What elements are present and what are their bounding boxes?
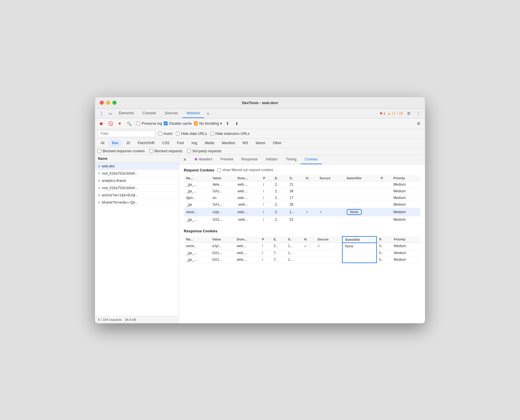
doc-icon-2: ≡ — [98, 171, 100, 175]
tab-initiator[interactable]: Initiator — [262, 155, 282, 164]
type-btn-media[interactable]: Media — [201, 140, 217, 146]
preserve-log-label: Preserve log — [142, 122, 162, 126]
throttle-select[interactable]: 📶 No throttling ▾ — [194, 121, 222, 126]
cell-domain: web.... — [235, 208, 261, 216]
type-btn-fetch-xhr[interactable]: Fetch/XHR — [134, 140, 158, 146]
hide-ext-urls-check[interactable]: Hide extension URLs — [210, 132, 250, 136]
third-party-input[interactable] — [187, 149, 191, 153]
more-tabs-button[interactable]: » — [205, 110, 212, 117]
cell-secure — [317, 194, 344, 201]
resp-col-secure: Secure — [315, 236, 342, 243]
cell-path: / — [261, 208, 273, 216]
tab-headers[interactable]: Headers — [191, 155, 216, 164]
preserve-log-checkbox[interactable]: Preserve log — [137, 122, 162, 126]
cell-samesite — [344, 194, 379, 201]
type-btn-all[interactable]: All — [97, 140, 108, 146]
tab-network[interactable]: Network — [183, 109, 204, 118]
type-btn-js[interactable]: JS — [123, 140, 133, 146]
type-btn-manifest[interactable]: Manifest — [219, 140, 238, 146]
sidebar-item-root1[interactable]: ≡ root_616a752e1b5d4... — [95, 170, 179, 177]
table-row[interactable]: _ga_... GA1... web.... / 7.. 1... h.. Me… — [184, 256, 420, 263]
blocked-requests-check[interactable]: Blocked requests — [149, 149, 182, 153]
search-icon[interactable]: 🔍 — [125, 120, 133, 127]
disable-cache-label: Disable cache — [169, 122, 192, 126]
network-settings-icon[interactable]: ⚙ — [414, 120, 423, 128]
cell-httponly — [303, 216, 317, 223]
cursor-icon[interactable]: ⌶ — [97, 109, 106, 117]
table-row[interactable]: _ga_... dele... web.... / 2.. 21 Medium — [184, 181, 420, 188]
close-detail-button[interactable]: ✕ — [181, 156, 188, 163]
cell-priority-p: h.. — [377, 243, 391, 250]
tab-elements[interactable]: Elements — [115, 109, 138, 118]
third-party-check[interactable]: 3rd-party requests — [187, 149, 221, 153]
settings-icon[interactable]: ⚙ — [405, 109, 413, 117]
filter-input[interactable] — [97, 130, 155, 137]
record-button[interactable]: ⏺ — [97, 120, 105, 127]
sidebar-item-anchor[interactable]: ≡ anchor?ar=1&k=6Lfqf... — [95, 192, 179, 199]
blocked-cookies-input[interactable] — [97, 149, 101, 153]
sidebar-item-webdev[interactable]: ≡ web.dev — [95, 163, 179, 170]
table-row[interactable]: _ga_... GA1... web.... / 2.. 38 Medium — [184, 188, 420, 194]
hide-ext-urls-label: Hide extension URLs — [216, 132, 250, 136]
type-btn-ws[interactable]: WS — [239, 140, 251, 146]
tab-timing[interactable]: Timing — [282, 155, 301, 164]
type-btn-doc[interactable]: Doc — [109, 140, 122, 146]
detail-tab-bar: ✕ Headers Preview Response Initiator Tim… — [179, 155, 425, 164]
table-row[interactable]: sessi... eJyl... web.... / 2.. 1... ✓ ✓ … — [184, 243, 420, 250]
blocked-cookies-check[interactable]: Blocked response cookies — [97, 149, 145, 153]
doc-icon-5: ≡ — [98, 193, 100, 197]
tab-cookies[interactable]: Cookies — [301, 155, 322, 164]
type-btn-font[interactable]: Font — [174, 140, 187, 146]
maximize-button[interactable] — [112, 101, 117, 105]
blocked-requests-input[interactable] — [149, 149, 153, 153]
disable-cache-checkbox[interactable]: Disable cache — [164, 122, 192, 126]
show-filtered-check[interactable]: show filtered out request cookies — [217, 168, 273, 172]
warning-count: 12 — [392, 111, 395, 115]
sidebar-item-bframe[interactable]: ≡ bframe?hl=en&v=-Qb... — [95, 199, 179, 206]
col-domain: Dom... — [235, 175, 261, 181]
more-options-icon[interactable]: ⋮ — [414, 109, 423, 117]
preserve-log-input[interactable] — [137, 122, 140, 125]
table-row[interactable]: _ga_... GA1... web.... / 7.. 1... h.. Me… — [184, 249, 420, 256]
invert-check[interactable]: Invert — [158, 132, 172, 136]
filter-icon[interactable]: ▼ — [116, 120, 123, 127]
download-icon[interactable]: ⬇ — [233, 120, 241, 127]
device-icon[interactable]: ▭ — [106, 109, 114, 117]
type-btn-other[interactable]: Other — [270, 140, 285, 146]
hide-ext-urls-input[interactable] — [210, 132, 214, 135]
sidebar-header: Name — [95, 155, 179, 163]
close-button[interactable] — [100, 101, 104, 105]
cell-name: _ga_... — [184, 181, 210, 188]
tab-console[interactable]: Console — [139, 109, 160, 118]
disable-cache-input[interactable] — [164, 122, 168, 125]
invert-label: Invert — [163, 132, 172, 136]
sidebar: Name ≡ web.dev ≡ root_616a752e1b5d4... ≡… — [95, 155, 179, 323]
cell-expires: 2.. — [272, 201, 287, 208]
tab-preview[interactable]: Preview — [216, 155, 237, 164]
request-cookies-table: Na... Value Dom... P E. S.. H. Secure Sa… — [184, 175, 420, 223]
type-btn-wasm[interactable]: Wasm — [252, 140, 269, 146]
sidebar-item-analytics[interactable]: ≡ analytics-iframe — [95, 177, 179, 184]
type-btn-css[interactable]: CSS — [159, 140, 173, 146]
table-row[interactable]: djan... en web.... / 2.. 17 Medium — [184, 194, 420, 201]
col-httponly: H. — [303, 175, 317, 181]
hide-data-urls-input[interactable] — [176, 132, 180, 135]
show-filtered-input[interactable] — [217, 168, 221, 172]
cell-priority: Medium — [391, 201, 420, 208]
upload-icon[interactable]: ⬆ — [224, 120, 231, 127]
cell-httponly — [303, 201, 317, 208]
request-cookies-section: Request Cookies show filtered out reques… — [184, 168, 420, 172]
table-row[interactable]: _ga GA1... .web... / 2.. 28 Medium — [184, 201, 420, 208]
hide-data-urls-check[interactable]: Hide data URLs — [176, 132, 207, 136]
invert-input[interactable] — [158, 132, 162, 135]
cell-expires: 7.. — [271, 256, 286, 263]
tab-sources[interactable]: Sources — [161, 109, 182, 118]
type-btn-img[interactable]: Img — [188, 140, 200, 146]
sidebar-item-root2[interactable]: ≡ root_616a752e1b5d4... — [95, 184, 179, 192]
clear-button[interactable]: 🚫 — [107, 120, 114, 127]
response-label: Response — [241, 157, 258, 161]
table-row-highlighted[interactable]: sessi... eJyl... web.... / 2.. 1... ✓ ✓ … — [184, 208, 420, 216]
minimize-button[interactable] — [106, 101, 110, 105]
table-row[interactable]: _ga_... GS1... .web... / 2.. 52 Medium — [184, 216, 420, 223]
tab-response[interactable]: Response — [237, 155, 262, 164]
